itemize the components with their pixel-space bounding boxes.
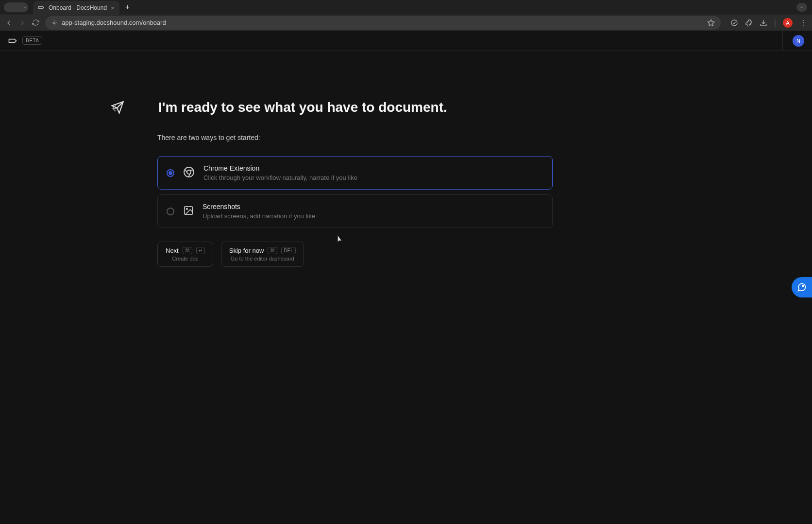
traffic-lights[interactable] (4, 2, 28, 12)
option-title: Screenshots (203, 203, 315, 210)
logo-icon[interactable] (8, 36, 17, 46)
svg-point-4 (803, 22, 804, 23)
menu-icon[interactable] (799, 19, 807, 27)
skip-button[interactable]: Skip for now ⌘ DEL Go to the editor dash… (221, 242, 304, 267)
kbd-del: DEL (281, 247, 295, 254)
next-sub: Create doc (166, 256, 205, 262)
browser-chrome: Onboard - DocsHound × + app-staging.docs… (0, 0, 812, 31)
app-header: BETA N (0, 31, 812, 51)
download-icon[interactable] (760, 19, 767, 27)
main-content: I'm ready to see what you have to docume… (0, 51, 812, 524)
help-bubble[interactable] (792, 277, 812, 297)
back-icon[interactable] (5, 19, 13, 27)
extension-icon-1[interactable] (730, 19, 738, 27)
image-icon (183, 205, 194, 218)
browser-tab[interactable]: Onboard - DocsHound × (33, 1, 119, 15)
radio-unselected (167, 208, 174, 215)
bookmark-icon[interactable] (707, 19, 715, 27)
extensions-icon[interactable] (745, 19, 753, 27)
close-icon[interactable]: × (111, 4, 115, 12)
user-avatar[interactable]: N (793, 35, 804, 47)
svg-marker-1 (708, 19, 714, 26)
option-screenshots[interactable]: Screenshots Upload screens, add narratio… (157, 194, 553, 228)
option-chrome-extension[interactable]: Chrome Extension Click through your work… (157, 156, 553, 190)
hero: I'm ready to see what you have to docume… (111, 100, 553, 116)
new-tab-button[interactable]: + (125, 3, 130, 12)
site-info-icon[interactable] (51, 19, 58, 26)
url-text: app-staging.docshound.com/onboard (62, 19, 166, 26)
svg-point-16 (802, 285, 804, 287)
option-title: Chrome Extension (203, 164, 357, 172)
option-desc: Click through your workflow naturally, n… (203, 174, 357, 181)
address-bar[interactable]: app-staging.docshound.com/onboard (45, 16, 721, 30)
svg-point-0 (53, 22, 55, 24)
svg-point-3 (803, 20, 804, 21)
skip-sub: Go to the editor dashboard (229, 256, 296, 262)
toolbar-icons: | A (730, 18, 807, 28)
tab-title: Onboard - DocsHound (49, 4, 107, 11)
page-title: I'm ready to see what you have to docume… (158, 100, 447, 115)
options-list: Chrome Extension Click through your work… (157, 156, 553, 228)
actions-row: Next ⌘ ↵ Create doc Skip for now ⌘ DEL G… (157, 242, 553, 267)
beta-badge: BETA (22, 36, 42, 45)
next-label: Next (166, 247, 179, 254)
tab-bar: Onboard - DocsHound × + (0, 0, 812, 15)
profile-avatar[interactable]: A (783, 18, 793, 28)
reload-icon[interactable] (32, 19, 39, 26)
chrome-icon (183, 166, 195, 180)
next-button[interactable]: Next ⌘ ↵ Create doc (157, 242, 213, 267)
kbd-cmd: ⌘ (268, 247, 277, 254)
tab-favicon-icon (38, 4, 45, 11)
radio-selected (167, 169, 174, 177)
svg-point-5 (803, 24, 804, 25)
address-bar-row: app-staging.docshound.com/onboard | A (0, 15, 812, 31)
svg-point-2 (731, 20, 737, 26)
subtitle: There are two ways to get started: (157, 134, 553, 141)
kbd-cmd: ⌘ (183, 247, 192, 254)
window-dropdown[interactable] (796, 3, 807, 12)
skip-label: Skip for now (229, 247, 264, 254)
forward-icon[interactable] (18, 19, 26, 27)
svg-point-15 (186, 208, 187, 210)
back-arrow-icon[interactable] (111, 104, 120, 115)
option-desc: Upload screens, add narration if you lik… (203, 212, 315, 220)
kbd-enter: ↵ (196, 247, 205, 254)
